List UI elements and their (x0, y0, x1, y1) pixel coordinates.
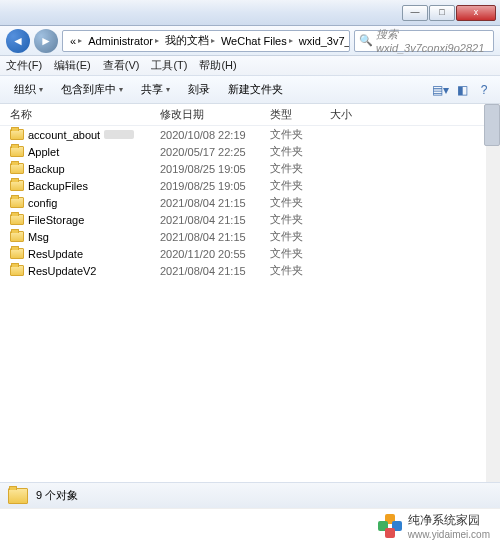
folder-icon (10, 265, 24, 276)
maximize-button[interactable]: □ (429, 5, 455, 21)
file-name: BackupFiles (28, 180, 88, 192)
file-date: 2020/11/20 20:55 (160, 248, 270, 260)
file-date: 2020/10/08 22:19 (160, 129, 270, 141)
search-placeholder: 搜索 wxid_3v7conxi9o2821 (376, 27, 489, 54)
col-name[interactable]: 名称 (10, 107, 160, 122)
folder-icon (10, 214, 24, 225)
file-date: 2020/05/17 22:25 (160, 146, 270, 158)
burn-button[interactable]: 刻录 (180, 79, 218, 100)
new-folder-button[interactable]: 新建文件夹 (220, 79, 291, 100)
file-type: 文件夹 (270, 161, 330, 176)
folder-icon (10, 180, 24, 191)
folder-icon (10, 129, 24, 140)
watermark-logo-icon (378, 514, 402, 538)
status-bar: 9 个对象 (0, 482, 500, 508)
folder-icon (8, 488, 28, 504)
table-row[interactable]: Applet2020/05/17 22:25文件夹 (10, 143, 486, 160)
file-date: 2021/08/04 21:15 (160, 265, 270, 277)
file-type: 文件夹 (270, 212, 330, 227)
preview-pane-icon[interactable]: ◧ (452, 80, 472, 100)
folder-icon (10, 231, 24, 242)
table-row[interactable]: Msg2021/08/04 21:15文件夹 (10, 228, 486, 245)
organize-button[interactable]: 组织▾ (6, 79, 51, 100)
breadcrumb[interactable]: 我的文档▸ (162, 33, 218, 48)
file-list-area: 名称 修改日期 类型 大小 account_about2020/10/08 22… (0, 104, 500, 482)
breadcrumb[interactable]: Administrator▸ (85, 35, 162, 47)
file-name: ResUpdateV2 (28, 265, 97, 277)
column-headers[interactable]: 名称 修改日期 类型 大小 (0, 104, 486, 126)
menu-edit[interactable]: 编辑(E) (54, 58, 91, 73)
search-icon: 🔍 (359, 34, 373, 47)
search-input[interactable]: 🔍 搜索 wxid_3v7conxi9o2821 (354, 30, 494, 52)
file-name: Applet (28, 146, 59, 158)
back-button[interactable]: ◄ (6, 29, 30, 53)
file-date: 2021/08/04 21:15 (160, 231, 270, 243)
file-type: 文件夹 (270, 263, 330, 278)
titlebar: — □ x (0, 0, 500, 26)
watermark-url: www.yidaimei.com (408, 529, 490, 540)
help-icon[interactable]: ? (474, 80, 494, 100)
toolbar: 组织▾ 包含到库中▾ 共享▾ 刻录 新建文件夹 ▤▾ ◧ ? (0, 76, 500, 104)
file-date: 2019/08/25 19:05 (160, 180, 270, 192)
file-date: 2021/08/04 21:15 (160, 214, 270, 226)
watermark: 纯净系统家园 www.yidaimei.com (0, 508, 500, 542)
address-bar[interactable]: «▸ Administrator▸ 我的文档▸ WeChat Files▸ wx… (62, 30, 350, 52)
minimize-button[interactable]: — (402, 5, 428, 21)
breadcrumb[interactable]: WeChat Files▸ (218, 35, 296, 47)
file-date: 2021/08/04 21:15 (160, 197, 270, 209)
share-button[interactable]: 共享▾ (133, 79, 178, 100)
folder-icon (10, 163, 24, 174)
menu-tools[interactable]: 工具(T) (151, 58, 187, 73)
file-name: Msg (28, 231, 49, 243)
file-type: 文件夹 (270, 195, 330, 210)
redacted-text (104, 130, 134, 139)
status-text: 9 个对象 (36, 488, 78, 503)
table-row[interactable]: ResUpdate2020/11/20 20:55文件夹 (10, 245, 486, 262)
file-name: config (28, 197, 57, 209)
file-type: 文件夹 (270, 144, 330, 159)
menu-view[interactable]: 查看(V) (103, 58, 140, 73)
folder-icon (10, 197, 24, 208)
table-row[interactable]: Backup2019/08/25 19:05文件夹 (10, 160, 486, 177)
file-type: 文件夹 (270, 246, 330, 261)
menu-help[interactable]: 帮助(H) (199, 58, 236, 73)
breadcrumb-overflow[interactable]: «▸ (67, 35, 85, 47)
menu-file[interactable]: 文件(F) (6, 58, 42, 73)
folder-icon (10, 248, 24, 259)
file-name: FileStorage (28, 214, 84, 226)
file-type: 文件夹 (270, 178, 330, 193)
view-options-icon[interactable]: ▤▾ (430, 80, 450, 100)
file-list: account_about2020/10/08 22:19文件夹Applet20… (0, 126, 486, 279)
file-name: Backup (28, 163, 65, 175)
breadcrumb[interactable]: wxid_3v7______2821▸ (296, 35, 350, 47)
file-name: account_about (28, 129, 100, 141)
forward-button[interactable]: ► (34, 29, 58, 53)
table-row[interactable]: BackupFiles2019/08/25 19:05文件夹 (10, 177, 486, 194)
folder-icon (10, 146, 24, 157)
col-date[interactable]: 修改日期 (160, 107, 270, 122)
include-button[interactable]: 包含到库中▾ (53, 79, 131, 100)
file-date: 2019/08/25 19:05 (160, 163, 270, 175)
file-type: 文件夹 (270, 229, 330, 244)
table-row[interactable]: FileStorage2021/08/04 21:15文件夹 (10, 211, 486, 228)
table-row[interactable]: config2021/08/04 21:15文件夹 (10, 194, 486, 211)
file-name: ResUpdate (28, 248, 83, 260)
watermark-title: 纯净系统家园 (408, 512, 490, 529)
navbar: ◄ ► «▸ Administrator▸ 我的文档▸ WeChat Files… (0, 26, 500, 56)
close-button[interactable]: x (456, 5, 496, 21)
col-size[interactable]: 大小 (330, 107, 380, 122)
col-type[interactable]: 类型 (270, 107, 330, 122)
table-row[interactable]: account_about2020/10/08 22:19文件夹 (10, 126, 486, 143)
file-type: 文件夹 (270, 127, 330, 142)
menubar: 文件(F) 编辑(E) 查看(V) 工具(T) 帮助(H) (0, 56, 500, 76)
table-row[interactable]: ResUpdateV22021/08/04 21:15文件夹 (10, 262, 486, 279)
